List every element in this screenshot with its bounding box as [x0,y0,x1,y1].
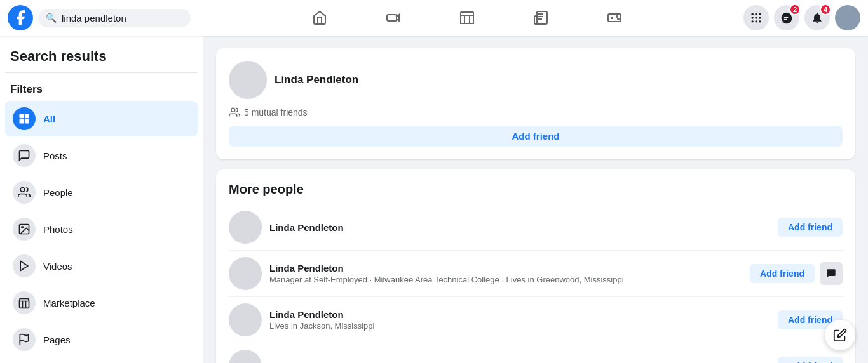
avatar [229,257,262,290]
avatar [229,303,262,336]
posts-icon [13,144,36,167]
sidebar-item-videos[interactable]: Videos [5,248,198,284]
edit-icon [833,328,847,342]
svg-point-14 [755,13,757,15]
action-buttons: Add friend [778,218,843,237]
svg-point-20 [755,20,757,22]
svg-point-28 [22,227,24,228]
person-name: Linda Pendleton [269,263,742,274]
nav-right: 2 4 [743,5,860,30]
svg-marker-1 [397,15,399,21]
svg-point-12 [618,18,619,20]
svg-rect-2 [461,12,473,15]
sidebar-item-posts[interactable]: Posts [5,138,198,173]
action-buttons: Add friend [778,357,843,363]
svg-point-21 [759,20,761,22]
nav-home[interactable] [284,3,355,33]
person-info: Linda Pendleton Lives in Jackson, Missis… [269,309,770,331]
pages-icon [13,328,36,351]
sidebar-item-posts-label: Posts [43,150,67,161]
nav-gaming[interactable] [579,3,650,33]
photos-icon [13,218,36,241]
all-icon [13,107,36,130]
add-friend-button[interactable]: Add friend [750,264,815,283]
svg-rect-24 [20,119,24,124]
sidebar-item-places[interactable]: Places [5,359,198,363]
profile-avatar[interactable] [835,5,860,30]
sidebar-item-pages[interactable]: Pages [5,322,198,357]
facebook-logo[interactable] [8,5,33,30]
top-result-person-row: Linda Pendleton [229,61,843,99]
mutual-friends-text: 5 mutual friends [244,107,308,117]
action-buttons: Add friend [750,262,843,285]
sidebar-item-photos-label: Photos [43,224,73,235]
svg-point-15 [759,13,761,15]
svg-point-17 [755,16,757,18]
person-name: Linda Pendleton [269,309,770,320]
list-item: Linda Pendleton Lives in Jackson, Missis… [229,297,843,343]
search-input[interactable] [62,13,183,23]
search-icon: 🔍 [46,13,57,23]
message-button[interactable] [820,262,843,285]
people-icon [13,181,36,204]
sidebar-item-marketplace[interactable]: Marketplace [5,285,198,320]
notifications-button[interactable]: 4 [804,5,830,30]
nav-store[interactable] [431,3,503,33]
marketplace-icon [13,291,36,314]
top-result-add-friend-button[interactable]: Add friend [229,126,843,147]
top-navigation: 🔍 2 4 [0,0,868,36]
mutual-friends-icon [229,107,240,118]
svg-rect-8 [608,14,621,22]
sidebar-title: Search results [5,43,198,73]
svg-point-16 [752,16,754,18]
person-info: Linda Pendleton [269,222,770,233]
list-item: Linda Pendleton Add friend [229,204,843,251]
search-bar[interactable]: 🔍 [38,9,191,27]
list-item: Linda Pendleton Add friend [229,343,843,363]
person-info: Linda Pendleton Manager at Self-Employed… [269,263,742,284]
avatar [229,350,262,363]
list-item: Linda Pendleton Manager at Self-Employed… [229,251,843,297]
svg-point-18 [759,16,761,18]
svg-point-11 [616,16,618,17]
svg-rect-23 [25,114,29,119]
sidebar-item-pages-label: Pages [43,334,71,345]
svg-rect-22 [20,114,24,119]
avatar [229,211,262,244]
mutual-friends: 5 mutual friends [229,107,843,118]
sidebar-item-videos-label: Videos [43,261,72,272]
grid-menu-button[interactable] [743,5,769,30]
svg-marker-29 [20,261,28,271]
sidebar-item-photos[interactable]: Photos [5,211,198,247]
person-name: Linda Pendleton [269,222,770,233]
main-content: Linda Pendleton 5 mutual friends Add fri… [203,36,868,363]
sidebar-item-people-label: People [43,187,73,198]
person-sub: Manager at Self-Employed · Milwaukee Are… [269,275,742,284]
filters-label: Filters [5,81,198,101]
main-layout: Search results Filters All Posts People … [0,36,868,363]
compose-fab[interactable] [825,320,855,350]
add-friend-button[interactable]: Add friend [778,218,843,237]
nav-news[interactable] [505,3,576,33]
messenger-badge: 2 [789,4,801,15]
add-friend-button[interactable]: Add friend [778,357,843,363]
sidebar-item-people[interactable]: People [5,175,198,210]
person-name: Linda Pendleton [269,361,770,364]
svg-point-13 [752,13,754,15]
svg-point-26 [20,188,25,192]
person-info: Linda Pendleton [269,361,770,364]
nav-center [196,3,738,33]
more-people-card: More people Linda Pendleton Add friend L… [216,169,855,363]
messenger-button[interactable]: 2 [774,5,799,30]
svg-rect-0 [387,15,397,21]
videos-icon [13,254,36,277]
person-sub: Lives in Jackson, Mississippi [269,321,770,331]
sidebar: Search results Filters All Posts People … [0,36,203,363]
more-people-title: More people [229,182,843,197]
sidebar-item-all-label: All [43,114,55,124]
sidebar-item-marketplace-label: Marketplace [43,298,95,308]
nav-video[interactable] [358,3,429,33]
svg-point-19 [752,20,754,22]
sidebar-item-all[interactable]: All [5,101,198,136]
svg-rect-25 [25,119,29,124]
